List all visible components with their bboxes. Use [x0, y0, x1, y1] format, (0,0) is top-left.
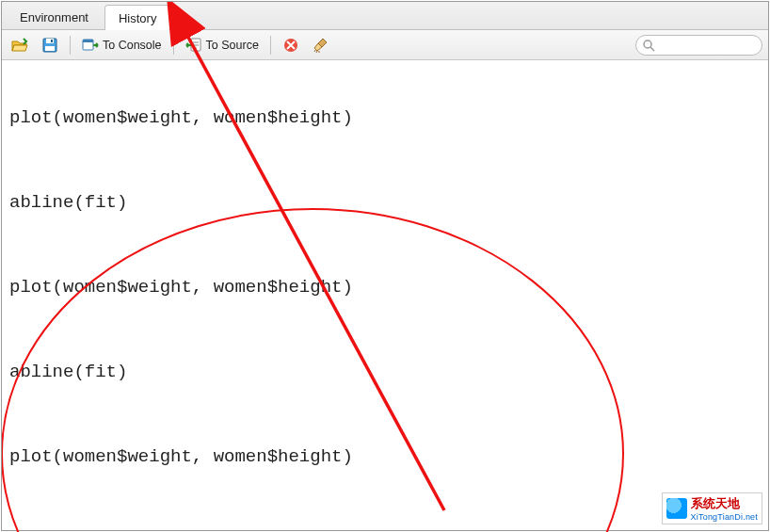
search-box[interactable] — [635, 35, 762, 56]
svg-rect-3 — [45, 46, 55, 51]
watermark-logo-icon — [666, 498, 687, 519]
tab-bar: Environment History — [2, 2, 768, 30]
to-console-label: To Console — [103, 39, 162, 52]
to-console-button[interactable]: To Console — [78, 35, 166, 56]
tab-history[interactable]: History — [104, 5, 170, 30]
search-icon — [642, 39, 655, 52]
folder-open-icon — [11, 37, 28, 54]
svg-rect-5 — [83, 40, 93, 42]
history-line[interactable]: plot(women$weight, women$height) — [9, 104, 761, 132]
to-console-icon — [82, 37, 99, 54]
clear-button[interactable] — [309, 35, 333, 56]
open-button[interactable] — [8, 35, 32, 56]
save-icon — [41, 37, 58, 54]
toolbar: To Console To Source — [2, 30, 768, 60]
to-source-icon — [185, 37, 202, 54]
separator — [173, 36, 174, 55]
watermark-url: XiTongTianDi.net — [691, 512, 758, 522]
history-line[interactable]: plot(women$weight, women$height) — [9, 443, 761, 471]
save-button[interactable] — [38, 35, 62, 56]
history-line[interactable]: plot(women$weight, women$height) — [9, 273, 761, 301]
history-pane: Environment History To Console To Source — [1, 1, 769, 531]
to-source-label: To Source — [206, 39, 259, 52]
separator — [70, 36, 71, 55]
history-content[interactable]: plot(women$weight, women$height) abline(… — [2, 60, 768, 530]
to-source-button[interactable]: To Source — [182, 35, 263, 56]
watermark-brand: 系统天地 — [691, 496, 740, 510]
history-line[interactable]: abline(fit) — [9, 527, 761, 530]
separator — [270, 36, 271, 55]
delete-button[interactable] — [279, 35, 303, 56]
search-input[interactable] — [655, 39, 756, 52]
history-line[interactable]: abline(fit) — [9, 358, 761, 386]
svg-rect-2 — [51, 40, 53, 42]
history-line[interactable]: abline(fit) — [9, 188, 761, 217]
broom-icon — [313, 37, 329, 54]
svg-point-8 — [644, 40, 651, 48]
delete-icon — [282, 37, 299, 54]
watermark: 系统天地 XiTongTianDi.net — [662, 492, 762, 524]
tab-environment[interactable]: Environment — [6, 4, 103, 29]
